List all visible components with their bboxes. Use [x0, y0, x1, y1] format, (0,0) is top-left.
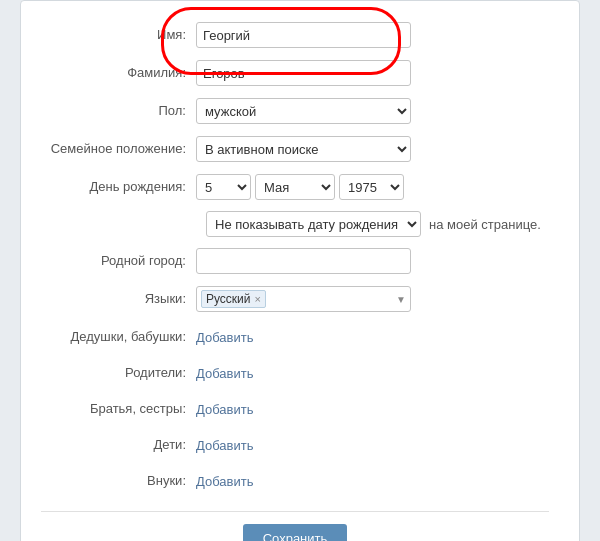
name-control — [196, 22, 549, 48]
languages-row: Языки: Русский × ▼ — [41, 285, 549, 313]
gender-select[interactable]: мужской женский — [196, 98, 411, 124]
birthday-privacy-row: Показывать дату рождения Показывать толь… — [41, 211, 549, 237]
children-row: Дети: Добавить — [41, 431, 549, 459]
gender-row: Пол: мужской женский — [41, 97, 549, 125]
birthday-fields: 5 ЯнваряФевраляМартаАпреля МаяИюняИюляАв… — [196, 174, 549, 200]
parents-add-link[interactable]: Добавить — [196, 366, 253, 381]
surname-input[interactable] — [196, 60, 411, 86]
status-row: Семейное положение: не женат встречаюсь … — [41, 135, 549, 163]
name-row: Имя: — [41, 21, 549, 49]
grandchildren-control: Добавить — [196, 474, 549, 489]
hometown-label: Родной город: — [41, 253, 196, 270]
surname-label: Фамилия: — [41, 65, 196, 82]
grandparents-label: Дедушки, бабушки: — [41, 329, 196, 346]
birthday-control: 5 ЯнваряФевраляМартаАпреля МаяИюняИюляАв… — [196, 174, 549, 200]
grandparents-control: Добавить — [196, 330, 549, 345]
languages-box[interactable]: Русский × ▼ — [196, 286, 411, 312]
parents-control: Добавить — [196, 366, 549, 381]
birthday-privacy-select[interactable]: Показывать дату рождения Показывать толь… — [206, 211, 421, 237]
status-select[interactable]: не женат встречаюсь помолвлен женат всё … — [196, 136, 411, 162]
save-row: Сохранить — [41, 511, 549, 541]
siblings-label: Братья, сестры: — [41, 401, 196, 418]
language-tag-text: Русский — [206, 292, 251, 306]
surname-row: Фамилия: — [41, 59, 549, 87]
children-add-link[interactable]: Добавить — [196, 438, 253, 453]
siblings-row: Братья, сестры: Добавить — [41, 395, 549, 423]
hometown-row: Родной город: — [41, 247, 549, 275]
grandparents-add-link[interactable]: Добавить — [196, 330, 253, 345]
hometown-control — [196, 248, 549, 274]
parents-label: Родители: — [41, 365, 196, 382]
gender-control: мужской женский — [196, 98, 549, 124]
siblings-add-link[interactable]: Добавить — [196, 402, 253, 417]
children-control: Добавить — [196, 438, 549, 453]
grandparents-row: Дедушки, бабушки: Добавить — [41, 323, 549, 351]
siblings-control: Добавить — [196, 402, 549, 417]
status-control: не женат встречаюсь помолвлен женат всё … — [196, 136, 549, 162]
birthday-label: День рождения: — [41, 179, 196, 196]
grandchildren-add-link[interactable]: Добавить — [196, 474, 253, 489]
language-tag: Русский × — [201, 290, 266, 308]
status-label: Семейное положение: — [41, 141, 196, 158]
language-dropdown-arrow: ▼ — [396, 294, 406, 305]
privacy-suffix-text: на моей странице. — [429, 217, 541, 232]
grandchildren-row: Внуки: Добавить — [41, 467, 549, 495]
children-label: Дети: — [41, 437, 196, 454]
languages-control: Русский × ▼ — [196, 286, 549, 312]
birthday-row: День рождения: 5 ЯнваряФевраляМартаАпрел… — [41, 173, 549, 201]
languages-label: Языки: — [41, 291, 196, 308]
name-label: Имя: — [41, 27, 196, 44]
save-button[interactable]: Сохранить — [243, 524, 348, 541]
name-input[interactable] — [196, 22, 411, 48]
edit-profile-form: Имя: Фамилия: Пол: мужской женский Семей… — [20, 0, 580, 541]
language-tag-remove[interactable]: × — [255, 294, 261, 305]
surname-control — [196, 60, 549, 86]
birthday-year-select[interactable]: 1975 — [339, 174, 404, 200]
birthday-month-select[interactable]: ЯнваряФевраляМартаАпреля МаяИюняИюляАвгу… — [255, 174, 335, 200]
birthday-day-select[interactable]: 5 — [196, 174, 251, 200]
gender-label: Пол: — [41, 103, 196, 120]
parents-row: Родители: Добавить — [41, 359, 549, 387]
grandchildren-label: Внуки: — [41, 473, 196, 490]
hometown-input[interactable] — [196, 248, 411, 274]
